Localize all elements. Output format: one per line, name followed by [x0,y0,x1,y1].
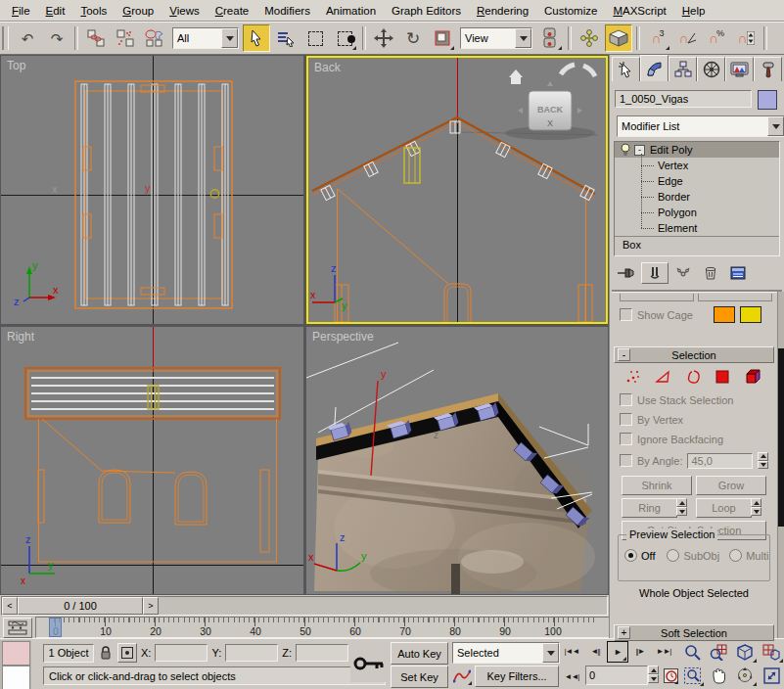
selection-rollout-header[interactable]: - Selection [614,346,774,363]
stack-sub-vertex[interactable]: Vertex [615,158,779,173]
undo-button[interactable]: ↶ [14,24,41,52]
object-name-field[interactable]: 1_0050_Vigas [615,90,752,108]
stack-sub-polygon[interactable]: Polygon [615,205,779,220]
viewcube-rotate-left-icon[interactable] [561,65,575,74]
visibility-bulb-icon[interactable] [620,143,631,157]
menu-graph-editors[interactable]: Graph Editors [384,3,469,19]
spinner-snap-button[interactable]: ∩ [732,24,760,52]
preview-multi-radio[interactable] [729,549,742,562]
grow-button[interactable]: Grow [696,476,766,495]
viewcube-rotate-right-icon[interactable] [583,66,595,76]
open-mini-track-view-button[interactable] [3,618,32,638]
toolbar-drag-handle[interactable] [2,26,9,50]
viewport-top[interactable]: Top [1,56,303,324]
set-key-button[interactable]: Set Key [391,666,448,688]
stack-sub-edge[interactable]: Edge [615,173,779,189]
menu-edit[interactable]: Edit [38,3,73,19]
cage-color-swatch[interactable] [714,306,735,323]
menu-customize[interactable]: Customize [536,3,605,19]
by-angle-spinner[interactable] [758,452,768,469]
select-object-button[interactable] [243,24,270,52]
shrink-button[interactable]: Shrink [622,476,692,495]
angle-snap-button[interactable]: ∩ [673,24,701,52]
viewport-back-active[interactable]: Back [306,56,608,324]
perspective-view-render[interactable]: y z z x y [306,327,608,594]
previous-frame-arrow-button[interactable]: < [2,597,18,615]
tab-display[interactable] [725,57,754,81]
show-end-result-button[interactable] [641,262,669,284]
y-coordinate-input[interactable] [226,645,277,661]
ring-button[interactable]: Ring [622,498,677,518]
absolute-offset-mode-toggle[interactable] [117,643,137,663]
preview-subobj-radio[interactable] [667,549,679,562]
reference-coordinate-system-dropdown[interactable]: View [460,27,532,49]
dropdown-arrow-icon[interactable] [221,28,238,48]
listener-pane[interactable] [2,666,30,689]
border-sub-object-button[interactable] [685,369,702,385]
track-bar-ruler[interactable]: 0 10 20 30 40 50 60 70 80 90 100 [35,617,611,638]
element-sub-object-button[interactable] [744,368,762,385]
unlink-selection-button[interactable] [112,24,139,52]
loop-spinner[interactable] [751,498,761,516]
by-angle-field[interactable]: 45,0 [687,453,753,469]
x-coordinate-field[interactable] [155,644,208,662]
z-coordinate-input[interactable] [297,645,347,661]
y-coordinate-field[interactable] [225,644,278,662]
bind-to-space-warp-button[interactable] [141,24,168,52]
remove-modifier-button[interactable] [698,263,723,283]
time-configuration-button[interactable] [662,666,679,685]
vertex-sub-object-button[interactable] [625,369,642,385]
menu-help[interactable]: Help [674,3,714,19]
frame-spinner[interactable] [648,666,659,683]
arc-rotate-button[interactable] [732,665,758,687]
right-view-wireframe[interactable]: z y x [1,327,303,594]
select-and-rotate-button[interactable]: ↻ [399,24,427,52]
dropdown-arrow-icon[interactable] [767,116,784,136]
set-keys-button[interactable] [350,645,388,682]
dropdown-arrow-icon[interactable] [515,28,531,48]
tab-create[interactable] [612,57,640,81]
key-filters-button[interactable]: Key Filters... [475,666,559,687]
go-to-start-button[interactable]: |◄◄ [562,641,581,661]
loop-button[interactable]: Loop [696,498,752,518]
previous-frame-button[interactable]: ◄|| [585,641,605,661]
make-unique-button[interactable] [670,263,696,283]
use-stack-selection-checkbox[interactable] [620,393,632,406]
ring-spinner[interactable] [676,498,687,516]
tab-hierarchy[interactable] [669,57,697,81]
viewport-label[interactable]: Top [7,59,25,72]
snap-3d-button[interactable]: ∩3 [644,24,671,52]
zoom-extents-all-button[interactable] [759,641,784,664]
menu-group[interactable]: Group [115,3,161,19]
viewport-label[interactable]: Perspective [312,330,374,344]
viewport-right[interactable]: Right [1,327,303,594]
partial-button[interactable] [698,294,772,301]
current-frame-input[interactable] [586,666,647,684]
stack-sub-border[interactable]: Border [615,189,779,205]
expand-icon[interactable]: + [618,626,630,639]
tab-motion[interactable] [697,57,725,81]
object-color-swatch[interactable] [758,90,777,110]
next-frame-arrow-button[interactable]: > [143,597,159,615]
macro-recorder-pane[interactable] [2,641,30,666]
partial-button[interactable] [620,294,694,301]
ignore-backfacing-checkbox[interactable] [620,433,632,445]
redo-button[interactable]: ↷ [43,24,70,52]
select-by-name-button[interactable] [272,24,300,52]
pin-stack-button[interactable] [614,263,639,283]
modifier-list-dropdown[interactable]: Modifier List [617,115,784,137]
tab-utilities[interactable] [754,57,782,81]
panel-scrollbar-thumb[interactable] [778,348,784,527]
window-crossing-toggle-button[interactable] [331,24,358,52]
select-and-move-button[interactable] [370,24,397,52]
default-in-out-tangents-button[interactable] [451,666,473,686]
by-vertex-checkbox[interactable] [620,413,632,426]
go-to-end-button[interactable]: ►►| [654,641,673,661]
current-frame-marker[interactable] [49,618,62,637]
dropdown-arrow-icon[interactable] [542,643,559,663]
viewcube[interactable]: BACK X [505,65,595,140]
viewport-label[interactable]: Back [314,61,341,74]
tab-modify[interactable] [640,55,669,81]
percent-snap-button[interactable]: ∩% [703,24,730,52]
current-frame-field[interactable] [585,666,648,685]
